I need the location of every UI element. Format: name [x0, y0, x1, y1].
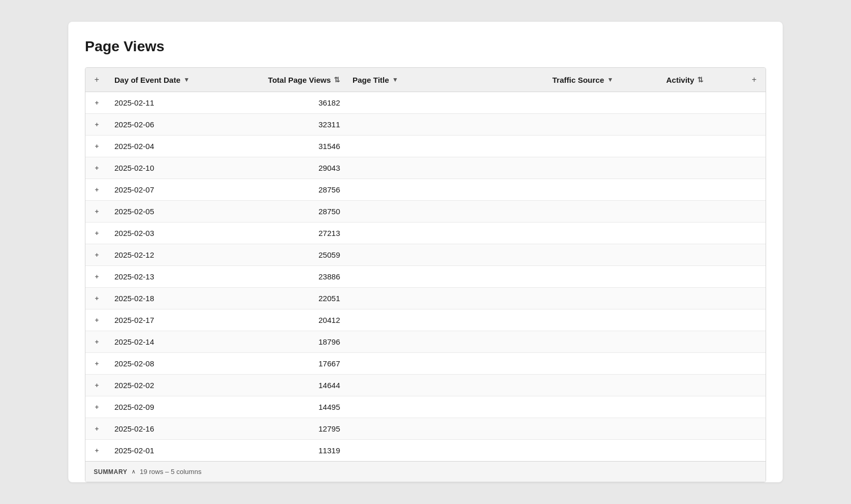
row-add-right: [743, 92, 766, 114]
row-views: 32311: [232, 114, 346, 136]
row-add-right: [743, 375, 766, 396]
add-column-left-header[interactable]: +: [85, 68, 108, 92]
row-source: [546, 114, 660, 136]
row-views: 20412: [232, 309, 346, 331]
row-expand-button[interactable]: +: [85, 353, 108, 375]
row-views: 22051: [232, 288, 346, 309]
row-activity: [660, 418, 743, 440]
row-date: 2025-02-07: [108, 179, 232, 201]
title-sort-icon[interactable]: ▼: [392, 76, 399, 83]
row-date: 2025-02-18: [108, 288, 232, 309]
page-title: Page Views: [85, 38, 766, 55]
row-title: [346, 92, 546, 114]
row-source: [546, 309, 660, 331]
table-row: + 2025-02-01 11319: [85, 440, 766, 462]
summary-chevron-icon[interactable]: ∧: [131, 468, 136, 475]
row-source: [546, 353, 660, 375]
row-source: [546, 157, 660, 179]
row-expand-button[interactable]: +: [85, 309, 108, 331]
row-expand-button[interactable]: +: [85, 201, 108, 223]
row-views: 18796: [232, 331, 346, 353]
row-expand-button[interactable]: +: [85, 92, 108, 114]
row-expand-button[interactable]: +: [85, 288, 108, 309]
row-activity: [660, 157, 743, 179]
row-expand-button[interactable]: +: [85, 440, 108, 462]
add-left-icon[interactable]: +: [94, 75, 99, 84]
row-date: 2025-02-11: [108, 92, 232, 114]
row-add-right: [743, 136, 766, 157]
row-expand-button[interactable]: +: [85, 331, 108, 353]
row-activity: [660, 114, 743, 136]
row-expand-button[interactable]: +: [85, 396, 108, 418]
row-activity: [660, 288, 743, 309]
row-date: 2025-02-01: [108, 440, 232, 462]
date-sort-icon[interactable]: ▼: [184, 76, 190, 83]
row-source: [546, 396, 660, 418]
row-date: 2025-02-04: [108, 136, 232, 157]
row-date: 2025-02-06: [108, 114, 232, 136]
row-views: 27213: [232, 223, 346, 244]
views-column-label: Total Page Views: [268, 76, 331, 84]
views-column-header[interactable]: Total Page Views ⇅: [232, 68, 346, 92]
row-add-right: [743, 353, 766, 375]
source-sort-icon[interactable]: ▼: [607, 76, 613, 83]
row-date: 2025-02-08: [108, 353, 232, 375]
row-title: [346, 440, 546, 462]
row-activity: [660, 266, 743, 288]
row-expand-button[interactable]: +: [85, 418, 108, 440]
row-title: [346, 114, 546, 136]
row-add-right: [743, 396, 766, 418]
row-expand-button[interactable]: +: [85, 266, 108, 288]
table-row: + 2025-02-06 32311: [85, 114, 766, 136]
activity-filter-icon[interactable]: ⇅: [697, 76, 703, 84]
row-expand-button[interactable]: +: [85, 179, 108, 201]
row-views: 14644: [232, 375, 346, 396]
add-column-right-header[interactable]: +: [743, 68, 766, 92]
row-expand-button[interactable]: +: [85, 375, 108, 396]
row-activity: [660, 396, 743, 418]
row-title: [346, 288, 546, 309]
activity-column-header[interactable]: Activity ⇅: [660, 68, 743, 92]
row-activity: [660, 92, 743, 114]
row-title: [346, 157, 546, 179]
row-add-right: [743, 223, 766, 244]
row-expand-button[interactable]: +: [85, 114, 108, 136]
row-title: [346, 418, 546, 440]
row-title: [346, 244, 546, 266]
row-source: [546, 136, 660, 157]
row-activity: [660, 309, 743, 331]
row-date: 2025-02-05: [108, 201, 232, 223]
row-add-right: [743, 179, 766, 201]
title-column-header[interactable]: Page Title ▼: [346, 68, 546, 92]
row-views: 28750: [232, 201, 346, 223]
row-title: [346, 201, 546, 223]
row-title: [346, 375, 546, 396]
row-date: 2025-02-09: [108, 396, 232, 418]
row-title: [346, 223, 546, 244]
source-column-header[interactable]: Traffic Source ▼: [546, 68, 660, 92]
summary-detail: 19 rows – 5 columns: [140, 468, 201, 476]
row-activity: [660, 201, 743, 223]
row-expand-button[interactable]: +: [85, 223, 108, 244]
row-add-right: [743, 331, 766, 353]
add-right-icon[interactable]: +: [752, 75, 756, 84]
row-add-right: [743, 440, 766, 462]
row-source: [546, 201, 660, 223]
row-expand-button[interactable]: +: [85, 136, 108, 157]
row-activity: [660, 440, 743, 462]
row-views: 31546: [232, 136, 346, 157]
views-filter-icon[interactable]: ⇅: [334, 76, 340, 84]
source-column-label: Traffic Source: [552, 76, 604, 84]
row-activity: [660, 353, 743, 375]
table-row: + 2025-02-04 31546: [85, 136, 766, 157]
row-date: 2025-02-17: [108, 309, 232, 331]
date-column-header[interactable]: Day of Event Date ▼: [108, 68, 232, 92]
row-expand-button[interactable]: +: [85, 157, 108, 179]
table-row: + 2025-02-12 25059: [85, 244, 766, 266]
table-row: + 2025-02-16 12795: [85, 418, 766, 440]
row-title: [346, 331, 546, 353]
row-date: 2025-02-03: [108, 223, 232, 244]
table-row: + 2025-02-09 14495: [85, 396, 766, 418]
row-views: 11319: [232, 440, 346, 462]
row-expand-button[interactable]: +: [85, 244, 108, 266]
